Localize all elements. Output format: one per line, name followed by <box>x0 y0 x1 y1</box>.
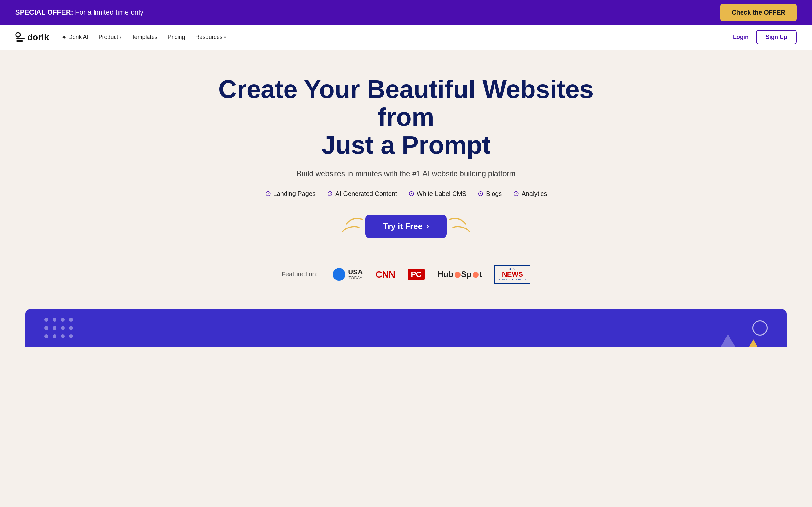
pc-mag-logo: PC <box>408 269 425 280</box>
promo-banner: SPECIAL OFFER: For a limited time only C… <box>0 0 812 25</box>
usnews-logo: U.S. NEWS & WORLD REPORT <box>495 265 530 284</box>
nav-item-pricing[interactable]: Pricing <box>168 34 185 41</box>
logo-icon <box>15 32 26 43</box>
navbar: dorik ✦ Dorik AI Product ▾ Templates <box>0 25 812 50</box>
preview-circle <box>752 320 768 336</box>
nav-link-product: Product <box>99 34 118 41</box>
check-icon-3: ⊙ <box>409 189 414 198</box>
hubspot-logo: Hub⬤Sp⬤t <box>438 269 482 279</box>
triangle-shape-gold <box>745 339 761 347</box>
nav-left: dorik ✦ Dorik AI Product ▾ Templates <box>15 32 226 43</box>
sparkle-icon: ✦ <box>61 34 67 41</box>
featured-section: Featured on: USA TODAY CNN PC Hub⬤Sp⬤t U… <box>15 259 797 296</box>
app-preview-bar <box>26 309 786 347</box>
feature-analytics: ⊙ Analytics <box>513 189 547 198</box>
hero-subtitle: Build websites in minutes with the #1 AI… <box>15 169 797 178</box>
svg-rect-1 <box>16 38 25 39</box>
try-btn-label: Try it Free <box>383 222 422 231</box>
usa-dot <box>333 268 345 281</box>
hero-section: Create Your Beautiful Websites from Just… <box>0 50 812 309</box>
logo-text: dorik <box>27 32 49 43</box>
nav-link-dorik-ai: Dorik AI <box>68 34 88 41</box>
try-it-free-button[interactable]: Try it Free › <box>365 215 447 238</box>
nav-item-dorik-ai[interactable]: ✦ Dorik AI <box>61 34 88 41</box>
svg-rect-2 <box>16 40 23 42</box>
check-icon-2: ⊙ <box>327 189 333 198</box>
chevron-down-icon: ▾ <box>119 35 121 40</box>
cnn-logo: CNN <box>375 269 395 280</box>
dot-grid <box>44 318 73 338</box>
svg-rect-0 <box>16 33 20 37</box>
nav-item-product[interactable]: Product ▾ <box>99 34 121 41</box>
feature-blogs: ⊙ Blogs <box>478 189 502 198</box>
featured-logos: USA TODAY CNN PC Hub⬤Sp⬤t U.S. NEWS & WO… <box>333 265 530 284</box>
check-offer-button[interactable]: Check the OFFER <box>720 4 797 21</box>
signup-button[interactable]: Sign Up <box>756 30 797 44</box>
nav-item-resources[interactable]: Resources ▾ <box>195 34 226 41</box>
feature-ai-content: ⊙ AI Generated Content <box>327 189 397 198</box>
nav-link-pricing: Pricing <box>168 34 185 41</box>
chevron-down-icon-resources: ▾ <box>224 35 226 40</box>
feature-white-label: ⊙ White-Label CMS <box>409 189 467 198</box>
nav-right: Login Sign Up <box>733 30 797 44</box>
check-icon-1: ⊙ <box>265 189 271 198</box>
login-button[interactable]: Login <box>733 34 749 41</box>
usa-today-logo: USA TODAY <box>333 268 362 281</box>
nav-links: ✦ Dorik AI Product ▾ Templates Pricing <box>61 34 225 41</box>
featured-label: Featured on: <box>282 271 317 278</box>
swoosh-left-decoration <box>331 213 368 239</box>
nav-item-templates[interactable]: Templates <box>132 34 158 41</box>
check-icon-4: ⊙ <box>478 189 484 198</box>
feature-landing-pages: ⊙ Landing Pages <box>265 189 316 198</box>
nav-link-resources: Resources <box>195 34 223 41</box>
logo[interactable]: dorik <box>15 32 49 43</box>
arrow-icon: › <box>426 222 429 231</box>
cta-area: Try it Free › <box>15 213 797 239</box>
check-icon-5: ⊙ <box>513 189 519 198</box>
features-list: ⊙ Landing Pages ⊙ AI Generated Content ⊙… <box>15 189 797 198</box>
nav-link-templates: Templates <box>132 34 158 41</box>
hero-title: Create Your Beautiful Websites from Just… <box>200 75 612 159</box>
preview-shapes <box>717 334 761 347</box>
banner-text: SPECIAL OFFER: For a limited time only <box>15 8 143 16</box>
swoosh-right-decoration <box>444 213 481 239</box>
triangle-shape-white <box>717 334 739 347</box>
